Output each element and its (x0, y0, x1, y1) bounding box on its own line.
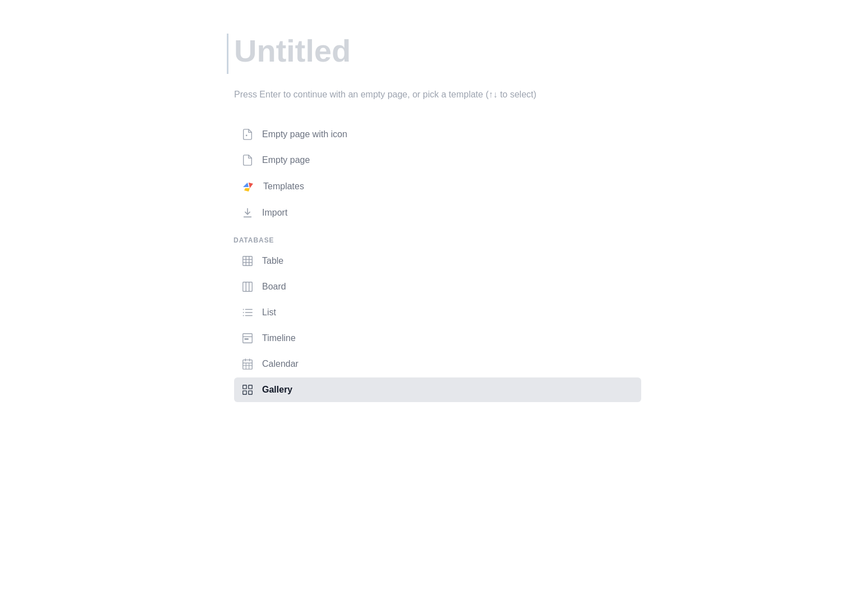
import-icon (241, 206, 254, 220)
menu-item-list[interactable]: List (234, 300, 641, 325)
menu-item-label: Calendar (262, 359, 298, 369)
svg-rect-19 (245, 338, 249, 340)
menu-item-label: Timeline (262, 333, 296, 343)
svg-rect-28 (249, 385, 252, 389)
menu-item-label: List (262, 307, 276, 318)
svg-rect-3 (243, 256, 253, 266)
menu-item-label: Table (262, 256, 283, 266)
menu-item-label: Board (262, 282, 286, 292)
svg-rect-27 (243, 385, 246, 389)
menu-item-label: Templates (263, 181, 304, 192)
page-icon (241, 153, 254, 167)
title-wrapper: Untitled (227, 34, 641, 74)
svg-point-0 (246, 134, 248, 136)
main-menu-list: Empty page with icon Empty page (227, 122, 641, 225)
svg-rect-20 (243, 360, 253, 370)
svg-point-14 (243, 309, 244, 310)
timeline-icon (241, 332, 254, 345)
menu-item-label: Empty page (262, 155, 310, 165)
menu-item-board[interactable]: Board (234, 274, 641, 299)
svg-rect-8 (243, 282, 253, 292)
menu-item-timeline[interactable]: Timeline (234, 326, 641, 351)
menu-item-gallery[interactable]: Gallery (234, 377, 641, 402)
list-icon (241, 306, 254, 319)
subtitle: Press Enter to continue with an empty pa… (227, 90, 641, 100)
menu-item-calendar[interactable]: Calendar (234, 352, 641, 376)
menu-item-table[interactable]: Table (234, 249, 641, 273)
menu-item-templates[interactable]: Templates (234, 174, 641, 199)
gallery-icon (241, 383, 254, 397)
calendar-icon (241, 357, 254, 371)
templates-icon (241, 179, 255, 194)
svg-rect-30 (249, 391, 252, 394)
menu-item-label: Import (262, 208, 287, 218)
svg-rect-29 (243, 391, 246, 394)
svg-point-15 (243, 312, 244, 313)
table-icon (241, 254, 254, 268)
menu-item-empty-page-with-icon[interactable]: Empty page with icon (234, 122, 641, 147)
board-icon (241, 280, 254, 293)
page-with-icon-icon (241, 128, 254, 141)
page-title[interactable]: Untitled (228, 34, 351, 68)
menu-item-empty-page[interactable]: Empty page (234, 148, 641, 172)
database-menu-list: Table Board (227, 249, 641, 402)
menu-item-label: Gallery (262, 385, 292, 395)
svg-point-16 (243, 315, 244, 316)
database-section-header: DATABASE (227, 226, 641, 249)
page-container: Untitled Press Enter to continue with an… (182, 0, 686, 437)
menu-item-label: Empty page with icon (262, 129, 347, 139)
menu-item-import[interactable]: Import (234, 200, 641, 225)
